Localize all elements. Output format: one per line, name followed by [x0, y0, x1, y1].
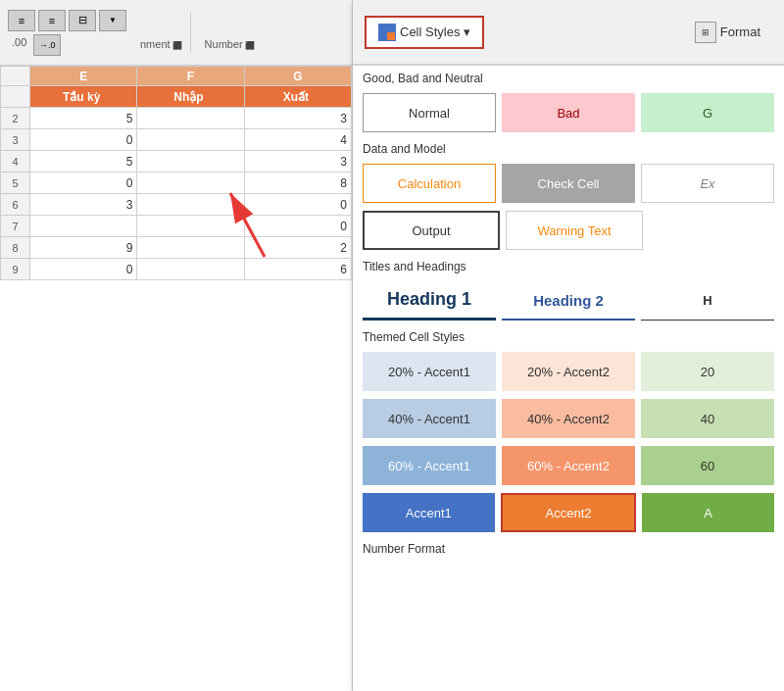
format-icon: ⊞: [695, 22, 716, 43]
col-label-e: Tầu kỳ: [30, 86, 137, 108]
spreadsheet-body: 25330445350863070892906: [1, 108, 352, 280]
cell-5-2[interactable]: 0: [244, 216, 351, 237]
col-header-f[interactable]: F: [137, 67, 244, 86]
style-accent1-20[interactable]: 20% - Accent1: [363, 352, 496, 391]
cell-5-1[interactable]: [137, 216, 244, 237]
cell-6-0[interactable]: 9: [30, 237, 137, 259]
good-bad-row: Normal Bad G: [353, 89, 784, 136]
cell-0-0[interactable]: 5: [30, 108, 137, 129]
styles-content: Good, Bad and Neutral Normal Bad G Data …: [353, 66, 784, 691]
alignment-label: nment: [140, 38, 171, 50]
style-heading2[interactable]: Heading 2: [502, 281, 635, 321]
style-accent3[interactable]: A: [642, 493, 774, 532]
row-header-3: 5: [1, 173, 30, 194]
style-heading1[interactable]: Heading 1: [363, 281, 496, 321]
cell-4-0[interactable]: 3: [30, 194, 137, 216]
row-header-6: 8: [1, 237, 30, 259]
cell-3-2[interactable]: 8: [244, 173, 351, 194]
number-label: Number: [205, 38, 243, 50]
toolbar-area: ≡ ≡ ⊟ ▼ .00 →.0 nment ⬛ Number ⬛: [0, 0, 352, 66]
cell-1-1[interactable]: [137, 129, 244, 151]
col-header-g[interactable]: G: [244, 67, 351, 86]
row-header-5: 7: [1, 216, 30, 237]
themed-row-20: 20% - Accent1 20% - Accent2 20: [353, 348, 784, 395]
styles-toolbar: Cell Styles ▾ ⊞ Format: [353, 0, 784, 66]
section-themed-title: Themed Cell Styles: [353, 324, 784, 348]
style-bad[interactable]: Bad: [502, 93, 635, 132]
cell-styles-label: Cell Styles ▾: [400, 25, 470, 39]
output-row: Output Warning Text: [353, 207, 784, 254]
cell-1-2[interactable]: 4: [244, 129, 351, 151]
grid-area: E F G Tầu kỳ Nhập Xuất 25330445350863070…: [0, 66, 352, 691]
spreadsheet-panel: ≡ ≡ ⊟ ▼ .00 →.0 nment ⬛ Number ⬛: [0, 0, 353, 691]
style-normal[interactable]: Normal: [363, 93, 496, 132]
style-check-cell[interactable]: Check Cell: [502, 164, 635, 203]
cell-2-2[interactable]: 3: [244, 151, 351, 173]
style-accent3-20[interactable]: 20: [641, 352, 774, 391]
align-left-icon[interactable]: ≡: [8, 10, 35, 31]
decimal-icon[interactable]: →.0: [33, 34, 61, 56]
themed-row-40: 40% - Accent1 40% - Accent2 40: [353, 395, 784, 442]
themed-row-60: 60% - Accent1 60% - Accent2 60: [353, 442, 784, 489]
row-header-1: 3: [1, 129, 30, 151]
cell-4-1[interactable]: [137, 194, 244, 216]
style-output[interactable]: Output: [363, 211, 500, 250]
style-explanatory[interactable]: Ex: [641, 164, 774, 203]
style-good[interactable]: G: [641, 93, 774, 132]
format-label: Format: [720, 25, 760, 39]
styles-panel: Cell Styles ▾ ⊞ Format Good, Bad and Neu…: [353, 0, 784, 691]
label-row-header: [1, 86, 30, 108]
expand-icon[interactable]: ▼: [99, 10, 126, 31]
row-header-7: 9: [1, 259, 30, 280]
style-accent3-60[interactable]: 60: [641, 446, 774, 485]
cell-styles-icon: [378, 24, 396, 41]
cell-1-0[interactable]: 0: [30, 129, 137, 151]
cell-0-2[interactable]: 3: [244, 108, 351, 129]
cell-2-0[interactable]: 5: [30, 151, 137, 173]
section-data-model-title: Data and Model: [353, 136, 784, 160]
col-label-g: Xuất: [244, 86, 351, 108]
row-header-2: 4: [1, 151, 30, 173]
themed-row-accent: Accent1 Accent2 A: [353, 489, 784, 536]
align-right-icon[interactable]: ≡: [38, 10, 66, 31]
data-model-row: Calculation Check Cell Ex: [353, 160, 784, 207]
style-accent1[interactable]: Accent1: [363, 493, 495, 532]
style-accent2-20[interactable]: 20% - Accent2: [502, 352, 635, 391]
row-header-4: 6: [1, 194, 30, 216]
spreadsheet-table: E F G Tầu kỳ Nhập Xuất 25330445350863070…: [0, 66, 352, 280]
style-accent2-40[interactable]: 40% - Accent2: [502, 399, 635, 438]
alignment-launch-icon: ⬛: [172, 41, 182, 50]
cell-0-1[interactable]: [137, 108, 244, 129]
cell-4-2[interactable]: 0: [244, 194, 351, 216]
style-heading3[interactable]: H: [641, 281, 774, 321]
col-label-f: Nhập: [137, 86, 244, 108]
cell-7-0[interactable]: 0: [30, 259, 137, 280]
row-header-0: 2: [1, 108, 30, 129]
cell-6-1[interactable]: [137, 237, 244, 259]
row-header-top: [1, 67, 30, 86]
section-number-format-title: Number Format: [353, 536, 784, 560]
style-accent1-60[interactable]: 60% - Accent1: [363, 446, 496, 485]
headings-row: Heading 1 Heading 2 H: [353, 277, 784, 324]
cell-3-0[interactable]: 0: [30, 173, 137, 194]
style-calculation[interactable]: Calculation: [363, 164, 496, 203]
cell-7-1[interactable]: [137, 259, 244, 280]
cell-7-2[interactable]: 6: [244, 259, 351, 280]
col-header-e[interactable]: E: [30, 67, 137, 86]
section-titles-headings-title: Titles and Headings: [353, 254, 784, 277]
format-button[interactable]: ⊞ Format: [683, 16, 772, 49]
merge-icon[interactable]: ⊟: [69, 10, 96, 31]
style-accent2[interactable]: Accent2: [501, 493, 637, 532]
style-accent2-60[interactable]: 60% - Accent2: [502, 446, 635, 485]
number-launch-icon: ⬛: [245, 41, 255, 50]
cell-5-0[interactable]: [30, 216, 137, 237]
cell-3-1[interactable]: [137, 173, 244, 194]
cell-styles-button[interactable]: Cell Styles ▾: [365, 16, 484, 49]
style-accent1-40[interactable]: 40% - Accent1: [363, 399, 496, 438]
cell-6-2[interactable]: 2: [244, 237, 351, 259]
section-good-bad-title: Good, Bad and Neutral: [353, 66, 784, 89]
cell-2-1[interactable]: [137, 151, 244, 173]
style-accent3-40[interactable]: 40: [641, 399, 774, 438]
style-warning-text[interactable]: Warning Text: [506, 211, 643, 250]
